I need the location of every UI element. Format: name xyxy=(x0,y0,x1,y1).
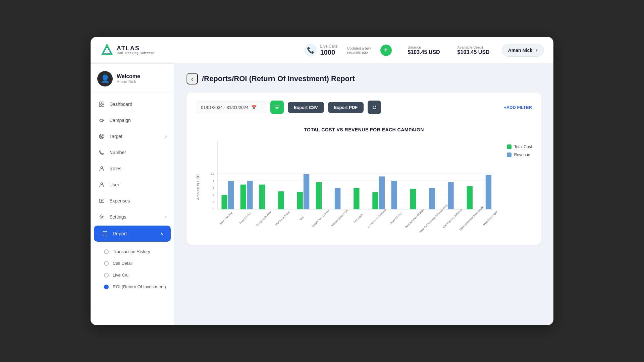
user-menu[interactable]: Aman Nick ▾ xyxy=(502,44,544,57)
balance-label: Balance xyxy=(408,45,440,49)
live-calls-label: Live Calls xyxy=(320,44,338,49)
sub-nav-call-detail[interactable]: Call Detail xyxy=(91,257,174,269)
date-range-picker[interactable]: 01/01/2024 - 31/01/2024 📅 xyxy=(196,102,266,113)
svg-text:0: 0 xyxy=(213,207,215,211)
svg-rect-44 xyxy=(335,188,340,209)
sliders-icon xyxy=(274,104,280,110)
radio-dot-active xyxy=(104,285,109,289)
svg-text:Team IHA Test: Team IHA Test xyxy=(219,211,233,225)
svg-text:Google Ad - ZipFlow: Google Ad - ZipFlow xyxy=(311,209,330,228)
legend-revenue-label: Revenue xyxy=(514,153,530,157)
user-profile: 👤 Welcome Aman Nick xyxy=(91,64,174,93)
legend-cost-label: Total Cost xyxy=(514,144,532,149)
divider xyxy=(196,120,532,120)
svg-rect-33 xyxy=(247,181,253,209)
svg-rect-49 xyxy=(379,176,385,209)
svg-rect-53 xyxy=(410,189,416,209)
svg-text:Call Tracking Software: Call Tracking Software xyxy=(442,208,463,229)
svg-text:Test Again: Test Again xyxy=(353,213,364,224)
dashboard-icon xyxy=(98,101,105,108)
sidebar-item-label: Target xyxy=(109,134,122,139)
chevron-right-icon: › xyxy=(165,215,167,219)
svg-point-10 xyxy=(101,136,102,137)
svg-rect-59 xyxy=(467,186,472,209)
balance-amount: $103.45 USD xyxy=(408,49,440,55)
export-pdf-button[interactable]: Export PDF xyxy=(328,102,364,113)
add-button[interactable]: + xyxy=(380,45,392,56)
back-button[interactable]: ‹ xyxy=(186,73,198,84)
svg-text:Team IIA INC: Team IIA INC xyxy=(238,212,252,225)
svg-rect-39 xyxy=(297,192,303,209)
sub-nav-roi[interactable]: ROI (Return Of Investment) xyxy=(91,281,174,293)
svg-rect-40 xyxy=(304,174,309,209)
chevron-right-icon: › xyxy=(165,134,167,139)
filter-button[interactable] xyxy=(270,101,284,114)
svg-rect-46 xyxy=(354,188,359,209)
svg-rect-6 xyxy=(102,105,104,107)
sidebar-item-expenses[interactable]: Expenses xyxy=(91,193,174,209)
sidebar-item-campaign[interactable]: Campaign xyxy=(91,112,174,128)
logo-subtitle: Call Tracking Software xyxy=(117,52,154,55)
legend-total-cost: Total Cost xyxy=(507,144,532,149)
date-range-value: 01/01/2024 - 31/01/2024 xyxy=(201,105,249,110)
sidebar-item-dashboard[interactable]: Dashboard xyxy=(91,96,174,112)
svg-rect-32 xyxy=(240,185,246,209)
sidebar-item-settings[interactable]: Settings › xyxy=(91,209,174,225)
svg-rect-42 xyxy=(316,182,322,209)
settings-icon xyxy=(98,213,105,221)
svg-text:8: 8 xyxy=(213,179,214,182)
sidebar-item-target[interactable]: Target › xyxy=(91,128,174,144)
refresh-button[interactable]: ↺ xyxy=(368,101,381,114)
chart-title: TOTAL COST VS REVENUE FOR EACH CAMPAIGN xyxy=(196,127,532,132)
sidebar-item-number[interactable]: Number xyxy=(91,144,174,161)
svg-text:Test: Test xyxy=(299,216,305,221)
add-filter-link[interactable]: +ADD FILTER xyxy=(504,105,532,110)
svg-point-14 xyxy=(101,216,103,218)
svg-point-12 xyxy=(101,183,103,185)
svg-text:10: 10 xyxy=(211,172,214,175)
legend-revenue-dot xyxy=(507,153,512,157)
export-csv-button[interactable]: Export CSV xyxy=(288,102,324,113)
svg-rect-4 xyxy=(102,102,104,104)
svg-rect-48 xyxy=(372,192,378,209)
logo-title: ATLAS xyxy=(117,45,154,52)
svg-rect-29 xyxy=(221,195,227,209)
sub-nav-live-call[interactable]: Live Call xyxy=(91,269,174,281)
sidebar-item-roles[interactable]: Roles xyxy=(91,161,174,177)
user-icon xyxy=(98,181,105,188)
available-credit-amount: $103.45 USD xyxy=(458,49,490,55)
radio-dot xyxy=(104,261,109,266)
svg-rect-3 xyxy=(99,102,101,104)
toolbar: 01/01/2024 - 31/01/2024 📅 Export CSV Exp… xyxy=(196,101,532,114)
sidebar-item-label: Report xyxy=(113,231,127,236)
radio-dot xyxy=(104,249,109,254)
sidebar-item-user[interactable]: User xyxy=(91,177,174,193)
legend-revenue: Revenue xyxy=(507,153,532,157)
atlas-logo-icon xyxy=(100,43,114,57)
svg-text:2: 2 xyxy=(213,200,214,204)
chevron-up-icon: ∧ xyxy=(160,231,163,236)
sidebar-item-label: User xyxy=(109,182,119,187)
svg-text:Google Ads What: Google Ads What xyxy=(256,210,272,227)
svg-rect-35 xyxy=(259,185,265,209)
sidebar-item-label: Roles xyxy=(109,166,121,171)
svg-text:Best Antivirus Of 2024: Best Antivirus Of 2024 xyxy=(405,208,425,229)
svg-rect-61 xyxy=(486,175,491,209)
sidebar: 👤 Welcome Aman Nick Dashboard xyxy=(91,64,174,325)
report-sub-nav: Transaction History Call Detail Live Cal… xyxy=(91,246,174,293)
y-axis-label: Amount In USD xyxy=(196,174,200,200)
sub-nav-transaction-history[interactable]: Transaction History xyxy=(91,246,174,257)
user-badge-name: Aman Nick xyxy=(508,48,532,53)
sub-nav-label: ROI (Return Of Investment) xyxy=(113,284,166,289)
bar-chart-wrap: 0 2 4 6 8 10 xyxy=(205,138,497,237)
svg-point-11 xyxy=(101,167,103,169)
svg-text:McAfee IHA Soft: McAfee IHA Soft xyxy=(275,210,291,226)
target-icon xyxy=(98,133,105,140)
sub-nav-label: Transaction History xyxy=(113,249,150,254)
expenses-icon xyxy=(98,197,105,204)
svg-rect-5 xyxy=(99,105,101,107)
live-calls-count: 1000 xyxy=(320,49,338,56)
legend-cost-dot xyxy=(507,144,512,149)
sidebar-item-report[interactable]: Report ∧ xyxy=(94,226,171,242)
svg-rect-15 xyxy=(103,231,107,236)
